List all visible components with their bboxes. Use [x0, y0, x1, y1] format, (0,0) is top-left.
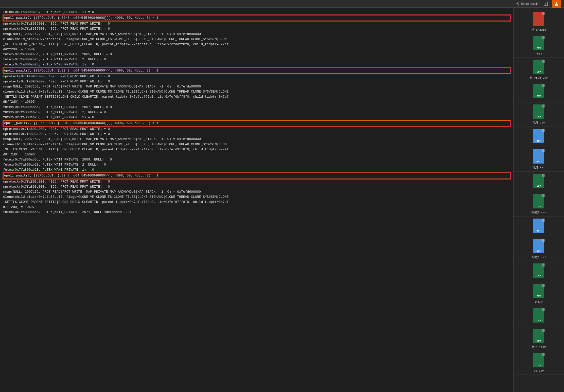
terminal-line: mprotect(0x7fa8939000, 4096, PROT_READ|P… — [3, 79, 510, 84]
terminal-line: futex(0x7fa800ab5c, FUTEX_WAIT_PRIVATE, … — [3, 210, 510, 215]
terminal-line: mprotect(0x7fa8937000, 4096, PROT_READ|P… — [3, 26, 510, 31]
terminal-line: futex(0x7fa800ab28, FUTEX_WAIT_PRIVATE, … — [3, 162, 510, 167]
sidebar-item[interactable]: CSV — [514, 82, 564, 102]
terminal-line: mmap(NULL, 2097152, PROT_READ|PROT_WRITE… — [3, 84, 510, 89]
file-icon: CSV — [533, 329, 545, 344]
terminal-line: clone(child_stack=0x7efddfeb10, flags=CL… — [3, 37, 510, 42]
sidebar-item[interactable]: CSV新裂变 — [514, 282, 564, 306]
terminal-line: futex(0x7fa800ab28, FUTEX_WAIT_PRIVATE, … — [3, 110, 510, 115]
terminal-line: futex(0x7fa800ab28, FUTEX_WAKE_PRIVATE, … — [3, 62, 510, 67]
file-icon: CSV — [533, 194, 545, 209]
sidebar-item[interactable]: CSV新裂变.csv — [514, 192, 564, 217]
share-session-label: Share session — [521, 2, 540, 6]
sidebar-item[interactable]: 动.drawio — [514, 10, 564, 34]
terminal-line: futex(0x7fa800ab5c, FUTEX_WAIT_PRIVATE, … — [3, 105, 510, 110]
sidebar-item-label: 新裂变 — [535, 300, 543, 304]
sidebar-item[interactable]: CSV数据-1109 — [514, 327, 564, 351]
app-logo — [552, 0, 561, 8]
terminal-output: futex(0x7fa800ab28, FUTEX_WAKE_PRIVATE, … — [0, 8, 513, 392]
terminal-line: futex(0x7fa800ab5c, FUTEX_WAIT_PRIVATE, … — [3, 52, 510, 57]
sidebar-item-label: od.csv — [534, 369, 544, 372]
sidebar-item[interactable]: TXT新裂变.txt — [514, 237, 564, 261]
layout-icon[interactable] — [544, 2, 548, 6]
sidebar-item-label: 新裂变.csv — [531, 210, 546, 214]
terminal-line: mmap(NULL, 2097152, PROT_READ|PROT_WRITE… — [3, 189, 510, 194]
sidebar-item-label: 动.drawio — [532, 28, 546, 32]
terminal-line: mprotect(0x7fa893a000, 4096, PROT_READ|P… — [3, 127, 510, 132]
sidebar: 动.drawioCSV.csvCSV息-Prod.csvCSVCSV信息.csv… — [513, 8, 564, 392]
file-icon: CSV — [533, 284, 545, 299]
file-icon: TXT — [533, 129, 545, 144]
terminal-line: epoll_pwait(7, [{EPOLLOUT, {u32=8, u64=5… — [3, 120, 510, 126]
file-icon: CSV — [533, 174, 545, 189]
sidebar-item[interactable]: CSV — [514, 172, 564, 192]
terminal-line: futex(0x7fa800ab5c, FUTEX_WAIT_PRIVATE, … — [3, 157, 510, 162]
sidebar-item-label: .csv — [535, 52, 542, 55]
terminal-line: futex(0x7fa800ab28, FUTEX_WAKE_PRIVATE, … — [3, 167, 510, 172]
terminal-line: ddff2d0) = 10694 — [3, 47, 510, 52]
sidebar-item-label: 新裂变.txt — [531, 255, 546, 259]
sidebar-item[interactable]: CSV — [514, 306, 564, 327]
file-icon: CSV — [533, 84, 545, 99]
terminal-line: mprotect(0x7fa893b000, 4096, PROT_READ|P… — [3, 132, 510, 137]
file-icon: CSV — [533, 36, 545, 51]
terminal-line: _SETTLS|CLONE_PARENT_SETTID|CLONE_CHILD_… — [3, 94, 510, 99]
sidebar-item[interactable]: CSV息-Prod.csv — [514, 58, 564, 82]
top-bar: Share session — [0, 0, 564, 8]
terminal-line: d9ff2d0) = 10696 — [3, 152, 510, 157]
terminal-line: dbff2d0) = 10695 — [3, 99, 510, 104]
file-icon: CSV — [533, 353, 545, 368]
sidebar-item[interactable]: TXT信息.txt — [514, 147, 564, 172]
terminal-line: clone(child_stack=0x7efd9feb10, flags=CL… — [3, 142, 510, 147]
main-content: futex(0x7fa800ab28, FUTEX_WAKE_PRIVATE, … — [0, 8, 564, 392]
terminal-line: mprotect(0x7fa893d000, 4096, PROT_READ|P… — [3, 184, 510, 189]
sidebar-item-label: 信息.csv — [533, 121, 545, 124]
terminal-line: _SETTLS|CLONE_PARENT_SETTID|CLONE_CHILD_… — [3, 200, 510, 205]
terminal-line: mmap(NULL, 2097152, PROT_READ|PROT_WRITE… — [3, 32, 510, 37]
terminal-line: mprotect(0x7fa8936000, 4096, PROT_READ|P… — [3, 21, 510, 26]
terminal-line: clone(child_stack=0x7efdbfeb10, flags=CL… — [3, 89, 510, 94]
file-icon: TXT — [533, 149, 545, 165]
sidebar-item[interactable]: CSV.csv — [514, 34, 564, 58]
sidebar-item[interactable]: CSVod.csv — [514, 351, 564, 375]
share-session-button[interactable]: Share session — [514, 1, 542, 6]
file-icon: CSV — [533, 263, 545, 279]
top-bar-right: Share session — [514, 0, 561, 8]
terminal-line: epoll_pwait(7, [{EPOLLOUT, {u32=8, u64=5… — [3, 15, 510, 21]
terminal-line: mprotect(0x7fa8938000, 4096, PROT_READ|P… — [3, 74, 510, 79]
terminal-line: epoll_pwait(7, [{EPOLLOUT, {u32=8, u64=5… — [3, 173, 510, 179]
terminal-line: futex(0x7fa800ab28, FUTEX_WAKE_PRIVATE, … — [3, 10, 510, 15]
sidebar-item[interactable]: TXT — [514, 127, 564, 147]
terminal-line: mprotect(0x7fa893c000, 4096, PROT_READ|P… — [3, 179, 510, 184]
terminal-line: clone(child_stack=0x7efd7feb10, flags=CL… — [3, 194, 510, 200]
file-icon: CSV — [533, 104, 545, 120]
terminal-line: epoll_pwait(7, [{EPOLLOUT, {u32=8, u64=5… — [3, 68, 510, 74]
sidebar-item[interactable]: CSV信息.csv — [514, 102, 564, 127]
file-icon: TXT — [533, 219, 545, 234]
sidebar-item-label: 数据-1109 — [532, 345, 546, 349]
terminal-line: d7ff2d0) = 10697 — [3, 205, 510, 210]
sidebar-item-label: 信息.txt — [533, 166, 545, 169]
terminal-line: mmap(NULL, 2097152, PROT_READ|PROT_WRITE… — [3, 137, 510, 142]
sidebar-item-label: 息-Prod.csv — [530, 76, 548, 80]
file-icon: CSV — [533, 60, 545, 75]
file-icon: TXT — [533, 239, 545, 254]
file-icon: CSV — [533, 308, 545, 324]
share-icon — [516, 2, 520, 6]
file-icon — [533, 12, 545, 27]
terminal-line: futex(0x7fa800ab28, FUTEX_WAKE_PRIVATE, … — [3, 115, 510, 120]
terminal-line: futex(0x7fa800ab28, FUTEX_WAIT_PRIVATE, … — [3, 57, 510, 62]
sidebar-item[interactable]: TXT — [514, 217, 564, 237]
sidebar-item[interactable]: CSV — [514, 261, 564, 282]
terminal-line: _SETTLS|CLONE_PARENT_SETTID|CLONE_CHILD_… — [3, 147, 510, 152]
terminal-line: _SETTLS|CLONE_PARENT_SETTID|CLONE_CHILD_… — [3, 42, 510, 47]
